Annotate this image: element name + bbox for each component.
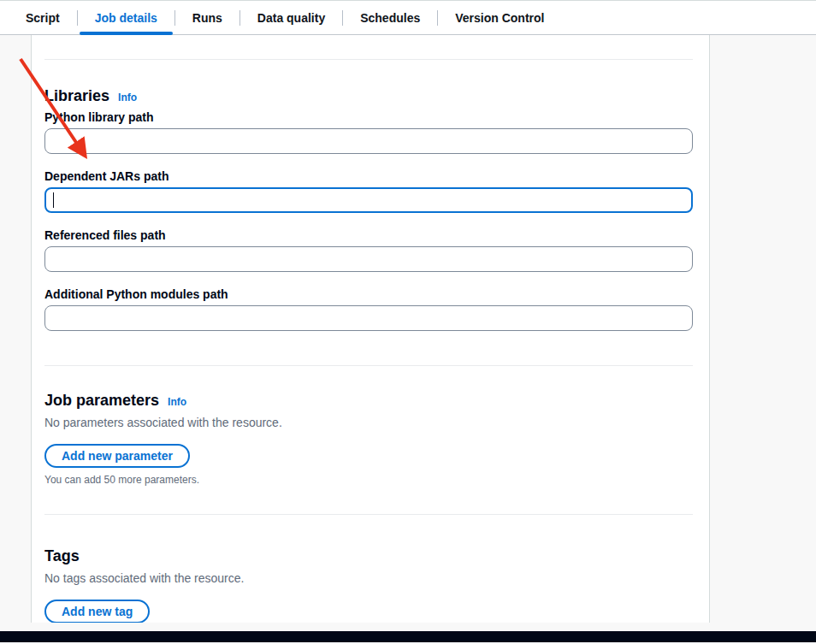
tab-schedules-label: Schedules bbox=[360, 11, 420, 25]
additional-python-modules-path-label: Additional Python modules path bbox=[44, 287, 693, 302]
dependent-jars-path-label: Dependent JARs path bbox=[44, 168, 693, 184]
section-divider bbox=[44, 59, 693, 60]
add-new-tag-button[interactable]: Add new tag bbox=[44, 600, 150, 623]
job-parameters-section-heading: Job parameters Info bbox=[44, 392, 693, 410]
tags-section-heading: Tags bbox=[44, 547, 693, 565]
dependent-jars-path-input[interactable] bbox=[44, 187, 693, 213]
tab-job-details[interactable]: Job details bbox=[78, 1, 174, 34]
dependent-jars-path-wrap bbox=[44, 187, 693, 213]
tab-runs[interactable]: Runs bbox=[175, 1, 239, 34]
tab-version-control[interactable]: Version Control bbox=[438, 1, 561, 34]
content-area: Libraries Info Python library path Depen… bbox=[0, 35, 816, 631]
tab-script-label: Script bbox=[26, 11, 60, 25]
job-parameters-empty-text: No parameters associated with the resour… bbox=[44, 415, 693, 430]
libraries-info-link[interactable]: Info bbox=[118, 92, 137, 103]
tab-script[interactable]: Script bbox=[9, 1, 77, 34]
tab-job-details-label: Job details bbox=[95, 11, 157, 25]
tab-runs-label: Runs bbox=[192, 11, 222, 25]
tags-empty-text: No tags associated with the resource. bbox=[44, 570, 693, 586]
tab-bar: Script Job details Runs Data quality Sch… bbox=[0, 0, 816, 35]
add-new-parameter-button[interactable]: Add new parameter bbox=[44, 444, 190, 468]
referenced-files-path-label: Referenced files path bbox=[44, 227, 693, 243]
additional-python-modules-path-input[interactable] bbox=[44, 305, 693, 331]
tab-version-control-label: Version Control bbox=[455, 11, 544, 25]
python-library-path-wrap bbox=[44, 128, 693, 154]
python-library-path-label: Python library path bbox=[44, 109, 693, 125]
tab-schedules[interactable]: Schedules bbox=[343, 1, 437, 34]
referenced-files-path-wrap bbox=[44, 246, 693, 272]
additional-python-modules-path-wrap bbox=[44, 305, 693, 331]
libraries-section-heading: Libraries Info bbox=[44, 87, 693, 105]
tags-title: Tags bbox=[44, 547, 80, 565]
section-divider bbox=[44, 365, 693, 366]
python-library-path-input[interactable] bbox=[44, 128, 693, 154]
job-parameters-helper-text: You can add 50 more parameters. bbox=[44, 474, 693, 486]
job-parameters-title: Job parameters bbox=[44, 392, 159, 410]
bottom-bar bbox=[0, 631, 816, 642]
referenced-files-path-input[interactable] bbox=[44, 246, 693, 272]
job-parameters-info-link[interactable]: Info bbox=[168, 396, 186, 408]
tab-data-quality-label: Data quality bbox=[257, 11, 325, 25]
job-details-panel: Libraries Info Python library path Depen… bbox=[31, 35, 710, 623]
section-divider bbox=[44, 514, 693, 515]
text-cursor bbox=[53, 192, 54, 208]
libraries-title: Libraries bbox=[44, 87, 109, 105]
tab-data-quality[interactable]: Data quality bbox=[240, 1, 342, 34]
